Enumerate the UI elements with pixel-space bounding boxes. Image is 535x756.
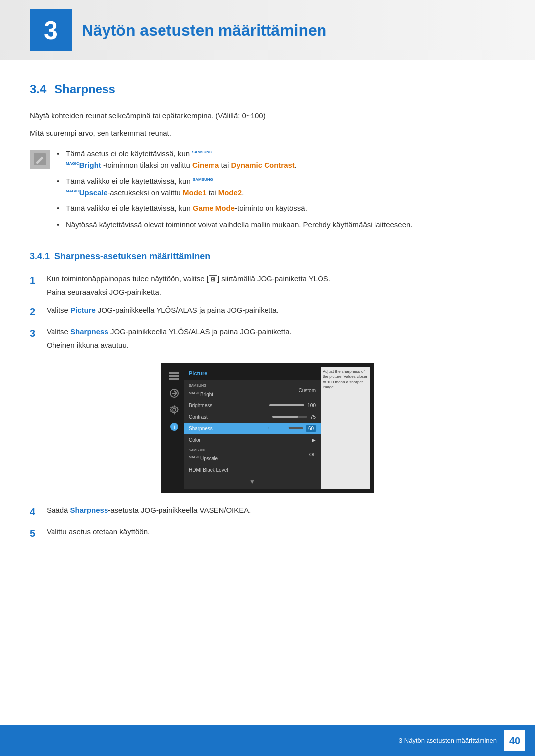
svg-text:i: i	[173, 424, 175, 431]
sidebar-info-icon: i	[169, 421, 180, 432]
note-icon	[30, 150, 50, 169]
body-text-2: Mitä suurempi arvo, sen tarkemmat reunat…	[30, 128, 505, 139]
menu-item-sharpness: Sharpness 60	[184, 423, 321, 434]
steps-list-2: 4 Säädä Sharpness-asetusta JOG-painikkee…	[30, 505, 505, 540]
sidebar-arrow-icon	[169, 388, 180, 399]
monitor-sidebar: i	[165, 367, 184, 489]
monitor-menu: Picture SAMSUNGMAGICBright Custom Bri	[184, 367, 321, 489]
menu-item-hdmi: HDMI Black Level	[184, 464, 321, 476]
page-number: 40	[504, 730, 525, 751]
note-box: Tämä asetus ei ole käytettävissä, kun SA…	[30, 149, 505, 235]
chapter-number: 3	[30, 9, 72, 51]
chapter-header: 3 Näytön asetusten määrittäminen	[0, 0, 535, 60]
svg-rect-3	[169, 378, 179, 380]
menu-item-magicupscale: SAMSUNGMAGICUpscale Off	[184, 446, 321, 464]
menu-item-contrast: Contrast 75	[184, 411, 321, 423]
monitor-inner: i Picture SAMSUNGMAGICBright	[165, 367, 370, 489]
sidebar-gear-icon	[169, 404, 180, 415]
monitor-mockup-container: i Picture SAMSUNGMAGICBright	[30, 363, 505, 493]
steps-list: 1 Kun toimintonäppäinopas tulee näyttöön…	[30, 273, 505, 351]
page-footer: 3 Näytön asetusten määrittäminen 40	[0, 725, 535, 756]
subsection-heading: 3.4.1 Sharpness-asetuksen määrittäminen	[30, 250, 505, 263]
note-item-3: Tämä valikko ei ole käytettävissä, kun G…	[57, 203, 505, 214]
body-text-1: Näytä kohteiden reunat selkeämpinä tai e…	[30, 110, 505, 122]
svg-point-5	[173, 408, 176, 411]
monitor-mockup: i Picture SAMSUNGMAGICBright	[161, 363, 374, 493]
note-item-1: Tämä asetus ei ole käytettävissä, kun SA…	[57, 149, 505, 171]
menu-item-magicbright: SAMSUNGMAGICBright Custom	[184, 381, 321, 400]
step-3: 3 Valitse Sharpness JOG-painikkeella YLÖ…	[30, 326, 505, 351]
step-1: 1 Kun toimintonäppäinopas tulee näyttöön…	[30, 273, 505, 298]
step-4: 4 Säädä Sharpness-asetusta JOG-painikkee…	[30, 505, 505, 519]
note-content: Tämä asetus ei ole käytettävissä, kun SA…	[57, 149, 505, 235]
monitor-tooltip: Adjust the sharpness of the picture. Val…	[321, 367, 370, 489]
menu-header: Picture	[184, 367, 321, 380]
menu-item-brightness: Brightness 100	[184, 400, 321, 411]
pencil-icon	[33, 152, 47, 166]
scroll-down-indicator: ▼	[184, 476, 321, 488]
svg-rect-2	[169, 375, 179, 377]
page-content: 3.4 Sharpness Näytä kohteiden reunat sel…	[0, 80, 535, 587]
sidebar-menu-icon	[169, 371, 180, 382]
menu-items: SAMSUNGMAGICBright Custom Brightness	[184, 380, 321, 489]
step-5: 5 Valittu asetus otetaan käyttöön.	[30, 526, 505, 540]
step-2: 2 Valitse Picture JOG-painikkeella YLÖS/…	[30, 305, 505, 319]
note-item-2: Tämä valikko ei ole käytettävissä, kun S…	[57, 176, 505, 198]
svg-rect-1	[169, 372, 179, 374]
menu-item-color: Color ▶	[184, 434, 321, 446]
chapter-title: Näytön asetusten määrittäminen	[82, 18, 326, 42]
section-heading: 3.4 Sharpness	[30, 80, 505, 98]
note-item-4: Näytössä käytettävissä olevat toiminnot …	[57, 219, 505, 231]
notes-list: Tämä asetus ei ole käytettävissä, kun SA…	[57, 149, 505, 230]
